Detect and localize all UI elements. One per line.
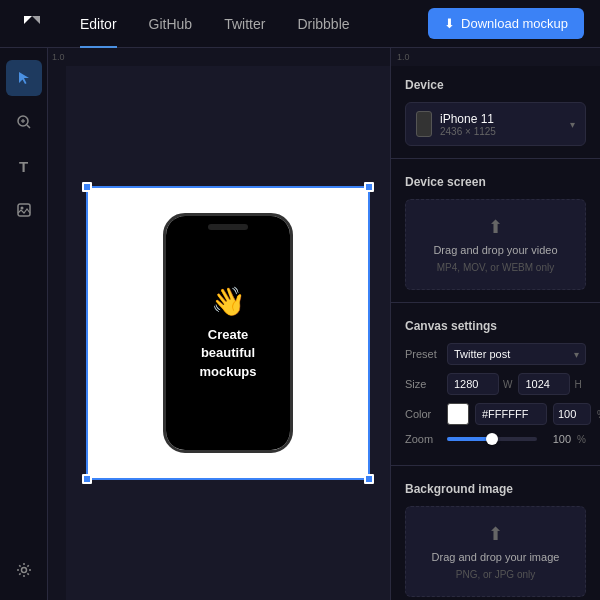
text-tool[interactable]: T bbox=[6, 148, 42, 184]
preset-label: Preset bbox=[405, 348, 441, 360]
device-screen-title: Device screen bbox=[405, 175, 586, 189]
handle-bl[interactable] bbox=[82, 474, 92, 484]
zoom-percent: % bbox=[577, 434, 586, 445]
zoom-label: Zoom bbox=[405, 433, 441, 445]
height-input[interactable] bbox=[518, 373, 570, 395]
video-drop-zone[interactable]: ⬆ Drag and drop your video MP4, MOV, or … bbox=[405, 199, 586, 290]
color-row: Color % bbox=[405, 403, 586, 425]
device-section: Device iPhone 11 2436 × 1125 ▾ bbox=[391, 66, 600, 154]
phone-mockup: 👋 Create beautiful mockups bbox=[163, 213, 293, 453]
width-input[interactable] bbox=[447, 373, 499, 395]
preset-row: Preset Twitter post ▾ bbox=[405, 343, 586, 365]
preset-chevron-icon: ▾ bbox=[574, 349, 579, 360]
divider-3 bbox=[391, 465, 600, 466]
zoom-thumb bbox=[486, 433, 498, 445]
device-thumbnail bbox=[416, 111, 432, 137]
video-upload-icon: ⬆ bbox=[488, 216, 503, 238]
image-drop-subtitle: PNG, or JPG only bbox=[456, 569, 535, 580]
nav-editor[interactable]: Editor bbox=[64, 0, 133, 48]
phone-notch bbox=[208, 224, 248, 230]
image-drop-title: Drag and drop your image bbox=[432, 551, 560, 563]
size-row: Size W H bbox=[405, 373, 586, 395]
canvas-area[interactable]: 1.0 👋 Create beautiful mockups bbox=[48, 48, 390, 600]
canvas-settings-section: Canvas settings Preset Twitter post ▾ Si… bbox=[391, 307, 600, 461]
height-unit: H bbox=[574, 379, 581, 390]
device-name: iPhone 11 bbox=[440, 112, 562, 126]
preset-value: Twitter post bbox=[454, 348, 510, 360]
main-area: T 1.0 bbox=[0, 48, 600, 600]
device-resolution: 2436 × 1125 bbox=[440, 126, 562, 137]
top-nav: Editor GitHub Twitter Dribbble ⬇ Downloa… bbox=[0, 0, 600, 48]
canvas-settings-title: Canvas settings bbox=[405, 319, 586, 333]
right-panel: 1.0 Device iPhone 11 2436 × 1125 ▾ Devic… bbox=[390, 48, 600, 600]
left-sidebar: T bbox=[0, 48, 48, 600]
handle-tl[interactable] bbox=[82, 182, 92, 192]
nav-dribbble[interactable]: Dribbble bbox=[281, 0, 365, 48]
download-button[interactable]: ⬇ Download mockup bbox=[428, 8, 584, 39]
logo[interactable] bbox=[16, 8, 48, 40]
phone-emoji: 👋 bbox=[211, 285, 246, 318]
device-section-title: Device bbox=[405, 78, 586, 92]
phone-screen: 👋 Create beautiful mockups bbox=[166, 216, 290, 450]
panel-ruler: 1.0 bbox=[391, 48, 600, 66]
device-chevron-icon: ▾ bbox=[570, 119, 575, 130]
nav-links: Editor GitHub Twitter Dribbble bbox=[64, 0, 428, 48]
zoom-row: Zoom 100 % bbox=[405, 433, 586, 445]
download-icon: ⬇ bbox=[444, 16, 455, 31]
color-hex-input[interactable] bbox=[475, 403, 547, 425]
device-selector[interactable]: iPhone 11 2436 × 1125 ▾ bbox=[405, 102, 586, 146]
size-label: Size bbox=[405, 378, 441, 390]
canvas-content: 👋 Create beautiful mockups bbox=[66, 66, 390, 600]
mockup-frame[interactable]: 👋 Create beautiful mockups bbox=[88, 188, 368, 478]
device-screen-section: Device screen ⬆ Drag and drop your video… bbox=[391, 163, 600, 298]
svg-point-6 bbox=[21, 568, 26, 573]
bg-image-title: Background image bbox=[405, 482, 586, 496]
color-opacity-input[interactable] bbox=[553, 403, 591, 425]
nav-github[interactable]: GitHub bbox=[133, 0, 209, 48]
svg-line-1 bbox=[27, 125, 30, 128]
ruler-top: 1.0 bbox=[48, 48, 390, 66]
phone-text: Create beautiful mockups bbox=[199, 326, 256, 381]
nav-twitter[interactable]: Twitter bbox=[208, 0, 281, 48]
video-drop-subtitle: MP4, MOV, or WEBM only bbox=[437, 262, 554, 273]
zoom-slider[interactable] bbox=[447, 437, 537, 441]
bg-image-section: Background image ⬆ Drag and drop your im… bbox=[391, 470, 600, 600]
image-tool[interactable] bbox=[6, 192, 42, 228]
divider-2 bbox=[391, 302, 600, 303]
width-unit: W bbox=[503, 379, 512, 390]
video-drop-title: Drag and drop your video bbox=[433, 244, 557, 256]
color-label: Color bbox=[405, 408, 441, 420]
divider-1 bbox=[391, 158, 600, 159]
image-drop-zone[interactable]: ⬆ Drag and drop your image PNG, or JPG o… bbox=[405, 506, 586, 597]
color-swatch[interactable] bbox=[447, 403, 469, 425]
settings-tool[interactable] bbox=[6, 552, 42, 588]
handle-br[interactable] bbox=[364, 474, 374, 484]
cursor-tool[interactable] bbox=[6, 60, 42, 96]
image-upload-icon: ⬆ bbox=[488, 523, 503, 545]
device-info: iPhone 11 2436 × 1125 bbox=[440, 112, 562, 137]
zoom-tool[interactable] bbox=[6, 104, 42, 140]
preset-dropdown[interactable]: Twitter post ▾ bbox=[447, 343, 586, 365]
zoom-value: 100 bbox=[543, 433, 571, 445]
svg-point-5 bbox=[20, 207, 23, 210]
handle-tr[interactable] bbox=[364, 182, 374, 192]
ruler-left bbox=[48, 66, 66, 600]
